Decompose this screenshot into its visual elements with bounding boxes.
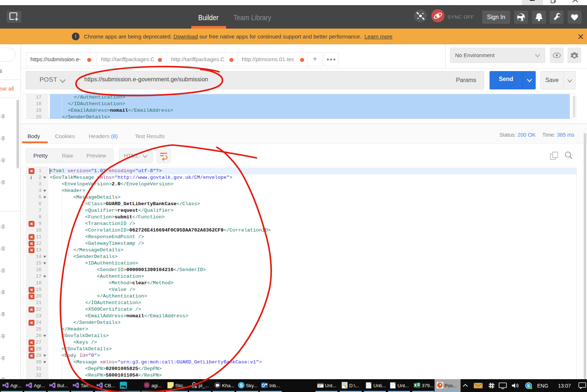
- svg-text:S: S: [240, 383, 243, 388]
- svg-text:WS: WS: [121, 386, 125, 388]
